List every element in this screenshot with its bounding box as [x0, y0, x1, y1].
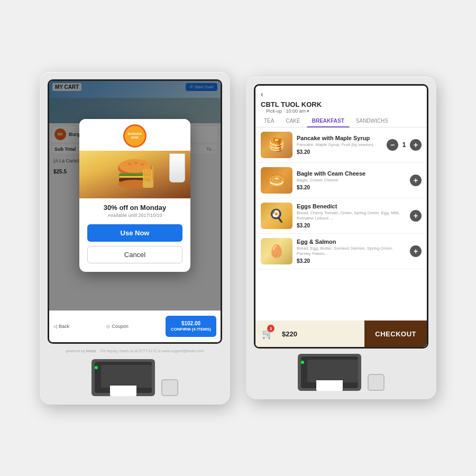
card-slot-left[interactable]	[161, 379, 178, 396]
add-bagel-button[interactable]: +	[410, 175, 422, 186]
back-button[interactable]: ◁ Back	[53, 324, 69, 329]
printer-led-right	[301, 361, 304, 364]
card-slot-right[interactable]	[368, 374, 385, 391]
eggs-shape: 🍳	[261, 203, 292, 229]
printer-paper	[110, 386, 136, 396]
pancake-desc: Pancake, Maple Syrup, Fruit (by season)	[297, 142, 382, 148]
tab-tea[interactable]: TEA	[259, 115, 279, 127]
eggs-price: $3.20	[297, 223, 406, 228]
pancake-shape: 🥞	[261, 132, 292, 158]
svg-rect-12	[149, 167, 151, 180]
printer-right	[298, 354, 361, 391]
back-arrow-icon[interactable]: ‹	[261, 90, 263, 98]
cancel-button[interactable]: Cancel	[87, 246, 182, 263]
salmon-image: 🥚	[261, 238, 292, 264]
decrease-qty-button[interactable]: −	[387, 139, 398, 151]
modal-discount-title: 30% off on Monday	[98, 204, 171, 212]
bagel-info: Bagle with Ceam Cheese Bagle, Cream Chee…	[297, 170, 406, 190]
left-footer: ◁ Back ◇ Coupon $102.00 CONFIRM (4 ITEMS…	[49, 310, 221, 342]
menu-list: 🥞 Pancake with Maple Syrup Pancake, Mapl…	[255, 127, 427, 321]
eggs-controls: +	[410, 210, 422, 222]
screen-right: ‹ CBTL TUOL KORK Pick-up · 10:00 am ▾ TE…	[254, 84, 428, 349]
bagel-desc: Bagle, Cream Cheese	[297, 178, 406, 183]
salmon-price: $3.20	[297, 258, 406, 264]
pancake-info: Pancake with Maple Syrup Pancake, Maple …	[297, 135, 382, 155]
eggs-info: Eggs Benedict Bread, Cherry Tomato, Onio…	[297, 203, 406, 229]
menu-item-salmon: 🥚 Egg & Salmon Bread, Egg, Butter, Somke…	[255, 234, 427, 269]
bagel-controls: +	[410, 175, 422, 186]
eggs-name: Eggs Benedict	[297, 203, 406, 209]
qty-display: 1	[401, 141, 407, 149]
cart-info: 🛒 3 $220	[255, 321, 364, 347]
cart-total: $220	[282, 330, 297, 338]
menu-item-bagel: 🥯 Bagle with Ceam Cheese Bagle, Cream Ch…	[255, 163, 427, 198]
tab-breakfast[interactable]: BREAKFAST	[307, 115, 350, 127]
printer-paper-right	[316, 380, 343, 391]
rs-topbar: ‹	[255, 86, 427, 100]
pickup-info: Pick-up · 10:00 am ▾	[261, 108, 422, 114]
printer-led	[95, 366, 98, 369]
dropdown-arrow-icon[interactable]: ▾	[307, 108, 309, 114]
store-info: CBTL TUOL KORK Pick-up · 10:00 am ▾	[255, 100, 427, 115]
kiosk-left: MY CART ↺ Start Over BK Burger King › Su…	[40, 72, 230, 405]
pancake-price: $3.20	[297, 149, 382, 155]
increase-qty-button[interactable]: +	[410, 139, 422, 151]
salmon-controls: +	[410, 245, 422, 257]
modal-available-until: Available until 2017/10/10	[108, 213, 162, 218]
menu-item-eggs: 🍳 Eggs Benedict Bread, Cherry Tomato, On…	[255, 198, 427, 234]
bagel-image: 🥯	[261, 167, 292, 194]
hardware-row	[47, 359, 223, 396]
left-screen-content: MY CART ↺ Start Over BK Burger King › Su…	[49, 81, 221, 342]
add-salmon-button[interactable]: +	[410, 245, 422, 257]
modal-header: BURGERKING	[79, 119, 190, 151]
svg-rect-10	[144, 167, 145, 180]
menu-item-pancake: 🥞 Pancake with Maple Syrup Pancake, Mapl…	[255, 127, 427, 163]
kiosk-right-bottom	[253, 349, 429, 399]
right-footer: 🛒 3 $220 CHECKOUT	[255, 321, 427, 347]
pancake-name: Pancake with Maple Syrup	[297, 135, 382, 141]
burger-king-logo: BURGERKING	[123, 124, 147, 148]
menu-tabs: TEA CAKE BREAKFAST SANDWICHS	[255, 115, 427, 127]
add-eggs-button[interactable]: +	[410, 210, 422, 222]
salmon-desc: Bread, Egg, Butter, Somked Salmon, Sprin…	[297, 246, 406, 257]
svg-rect-13	[152, 166, 153, 180]
back-icon: ◁	[53, 324, 57, 329]
printer-left	[91, 359, 155, 396]
store-name: CBTL TUOL KORK	[261, 100, 422, 108]
salmon-info: Egg & Salmon Bread, Egg, Butter, Somked …	[297, 239, 406, 264]
coupon-button[interactable]: ◇ Coupon	[106, 324, 129, 329]
right-screen-content: ‹ CBTL TUOL KORK Pick-up · 10:00 am ▾ TE…	[255, 86, 427, 347]
eggs-desc: Bread, Cherry Tomato, Onion, Spring Onio…	[297, 210, 406, 222]
kiosk-right: ‹ CBTL TUOL KORK Pick-up · 10:00 am ▾ TE…	[246, 77, 436, 399]
svg-point-4	[141, 163, 144, 166]
pancake-controls: − 1 +	[387, 139, 422, 151]
coupon-modal: BURGERKING	[79, 119, 190, 272]
eggs-image: 🍳	[261, 203, 292, 229]
cart-badge: 3	[267, 325, 274, 332]
pancake-image: 🥞	[261, 132, 292, 158]
kiosk-left-bottom: powered by bindo For inquiry, reach us a…	[47, 344, 223, 405]
modal-overlay: BURGERKING	[49, 81, 221, 310]
svg-point-2	[128, 163, 131, 165]
bagel-name: Bagle with Ceam Cheese	[297, 170, 406, 177]
checkout-button[interactable]: CHECKOUT	[364, 321, 427, 347]
salmon-name: Egg & Salmon	[297, 239, 406, 245]
screen-left: MY CART ↺ Start Over BK Burger King › Su…	[48, 79, 222, 344]
use-now-button[interactable]: Use Now	[87, 224, 182, 242]
bagel-price: $3.20	[297, 185, 406, 190]
tab-cake[interactable]: CAKE	[280, 115, 305, 127]
scene: MY CART ↺ Start Over BK Burger King › Su…	[0, 0, 476, 476]
powered-by-label: powered by bindo For inquiry, reach us a…	[66, 349, 204, 353]
svg-rect-11	[147, 166, 148, 180]
bagel-shape: 🥯	[261, 167, 292, 194]
tab-sandwichs[interactable]: SANDWICHS	[351, 115, 393, 127]
svg-point-3	[134, 162, 138, 164]
salmon-shape: 🥚	[261, 238, 292, 264]
coupon-icon: ◇	[106, 324, 110, 329]
confirm-button[interactable]: $102.00 CONFIRM (4 ITEMS)	[166, 316, 216, 336]
modal-food-image	[79, 151, 190, 198]
hardware-row-right	[253, 354, 429, 391]
